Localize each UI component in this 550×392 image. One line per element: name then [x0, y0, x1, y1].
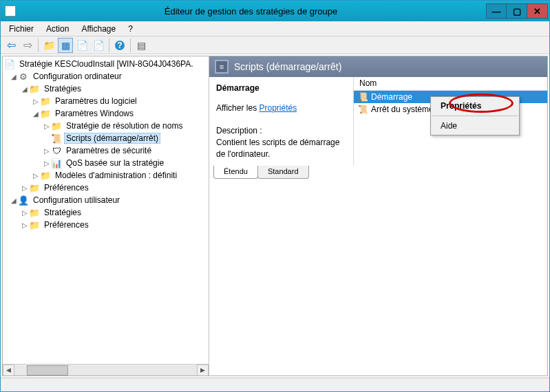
properties-link[interactable]: Propriétés	[259, 103, 297, 113]
info-column: Démarrage Afficher les Propriétés Descri…	[209, 77, 354, 166]
close-button[interactable]: ✕	[527, 3, 548, 19]
script-icon	[358, 105, 368, 114]
menu-file[interactable]: Fichier	[3, 23, 39, 35]
folder-icon	[40, 96, 51, 107]
folder-icon	[29, 83, 40, 94]
tab-strip: Étendu Standard	[209, 166, 547, 181]
back-button[interactable]	[3, 38, 19, 53]
tree-preferences[interactable]: ▷Préférences	[3, 182, 209, 194]
maximize-button[interactable]: ▢	[507, 3, 527, 19]
export-button[interactable]	[91, 38, 106, 53]
properties-button[interactable]	[134, 38, 149, 53]
folder-icon	[29, 182, 40, 193]
menu-action[interactable]: Action	[41, 23, 74, 35]
user-icon	[18, 195, 29, 206]
window-title: Éditeur de gestion des stratégies de gro…	[16, 6, 486, 17]
tree-pane: Stratégie KESCloudInstall [WIN-8G04J0436…	[3, 56, 209, 375]
folder-icon	[29, 219, 40, 230]
title-bar: Éditeur de gestion des stratégies de gro…	[1, 1, 549, 21]
menu-help[interactable]: ?	[123, 23, 138, 35]
tree-user-strategies[interactable]: ▷Stratégies	[3, 206, 209, 219]
tree-hscroll[interactable]: ◀ ▶	[3, 364, 209, 375]
policy-icon	[4, 58, 15, 69]
policy-tree: Stratégie KESCloudInstall [WIN-8G04J0436…	[3, 56, 209, 364]
tree-scripts[interactable]: Scripts (démarrage/arrêt)	[3, 132, 209, 144]
scripts-header-icon: ≡	[215, 60, 229, 74]
toolbar	[1, 36, 549, 54]
info-heading: Démarrage	[216, 83, 346, 94]
folder-icon	[40, 170, 51, 181]
scroll-right-button[interactable]: ▶	[197, 364, 209, 376]
tree-user-config[interactable]: ◢Configuration utilisateur	[3, 194, 209, 206]
status-bar	[1, 378, 549, 391]
up-folder-button[interactable]	[41, 38, 56, 53]
tree-computer-config[interactable]: ◢Configuration ordinateur	[3, 70, 209, 83]
ctx-separator	[432, 116, 518, 116]
folder-icon	[40, 108, 51, 119]
ctx-help[interactable]: Aide	[431, 117, 519, 135]
shield-icon	[51, 145, 62, 156]
folder-icon	[51, 120, 62, 131]
forward-button[interactable]	[20, 38, 35, 53]
scroll-left-button[interactable]: ◀	[3, 364, 14, 376]
list-header-name[interactable]: Nom	[354, 77, 547, 91]
tab-extended[interactable]: Étendu	[213, 166, 258, 179]
chart-icon	[51, 157, 62, 168]
tree-user-prefs[interactable]: ▷Préférences	[3, 219, 209, 231]
show-tree-button[interactable]	[58, 38, 73, 53]
script-icon	[51, 133, 62, 144]
tree-security-params[interactable]: ▷Paramètres de sécurité	[3, 144, 209, 157]
refresh-button[interactable]	[74, 38, 89, 53]
app-icon	[5, 6, 16, 17]
detail-title: Scripts (démarrage/arrêt)	[234, 61, 341, 72]
help-button[interactable]	[112, 38, 127, 53]
tree-qos[interactable]: ▷QoS basée sur la stratégie	[3, 157, 209, 169]
script-icon	[358, 92, 368, 102]
content-area: Stratégie KESCloudInstall [WIN-8G04J0436…	[2, 56, 548, 376]
tree-strategies[interactable]: ◢Stratégies	[3, 83, 209, 95]
tree-admin-models[interactable]: ▷Modèles d'administration : définiti	[3, 169, 209, 182]
description-text: Contient les scripts de démarrage de l'o…	[216, 137, 346, 160]
folder-icon	[29, 207, 40, 218]
tab-standard[interactable]: Standard	[257, 166, 309, 179]
menu-bar: Fichier Action Affichage ?	[1, 21, 549, 36]
tree-software-params[interactable]: ▷Paramètres du logiciel	[3, 95, 209, 107]
tree-root[interactable]: Stratégie KESCloudInstall [WIN-8G04J0436…	[3, 58, 209, 70]
ctx-properties[interactable]: Propriétés	[431, 97, 519, 115]
description-label: Description :	[216, 125, 346, 137]
scroll-thumb[interactable]	[27, 365, 68, 375]
minimize-button[interactable]: —	[486, 3, 507, 19]
tree-name-resolution[interactable]: ▷Stratégie de résolution de noms	[3, 120, 209, 132]
tree-windows-params[interactable]: ◢Paramètres Windows	[3, 107, 209, 120]
scroll-track[interactable]	[14, 364, 197, 376]
detail-header: ≡ Scripts (démarrage/arrêt)	[209, 56, 547, 77]
context-menu: Propriétés Aide	[430, 96, 520, 135]
app-window: Éditeur de gestion des stratégies de gro…	[0, 0, 550, 392]
gear-icon	[18, 71, 29, 82]
show-props-line: Afficher les Propriétés	[216, 102, 346, 114]
menu-view[interactable]: Affichage	[76, 23, 121, 35]
